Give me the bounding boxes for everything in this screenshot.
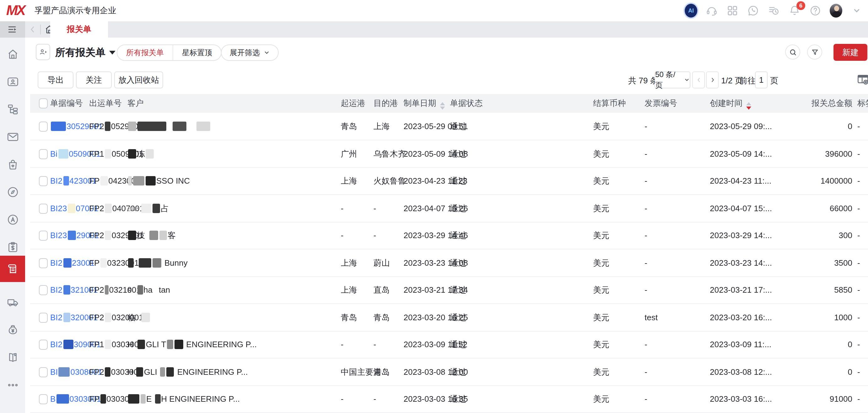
cell-tag: - — [857, 140, 860, 167]
org-tree-icon — [6, 102, 19, 116]
table-row[interactable]: BI2320001FP20320001临青岛青岛2023-03-20 16:25… — [30, 304, 868, 331]
help-icon[interactable] — [809, 4, 822, 17]
nav-back-button[interactable] — [28, 25, 38, 34]
table-row[interactable]: B0303001FP0303001EH ENGINEERING P...--20… — [30, 385, 868, 413]
redaction-blob — [59, 367, 70, 376]
page-unit-label: 页 — [770, 75, 778, 87]
column-header-date[interactable]: 制单日期 — [404, 94, 445, 113]
cell-currency: 美元 — [593, 385, 610, 412]
table-row[interactable]: BI2309001FP10303001HGLI TENGINEERING P..… — [30, 331, 868, 358]
next-page-button[interactable] — [706, 71, 719, 89]
row-checkbox[interactable] — [39, 258, 48, 268]
sidebar-item-more-dots[interactable] — [0, 372, 25, 397]
task-history-icon[interactable] — [768, 4, 780, 17]
row-checkbox[interactable] — [39, 285, 48, 295]
sort-desc-icon — [440, 107, 445, 110]
sidebar-collapse-button[interactable] — [0, 21, 25, 38]
expand-filter-button[interactable]: 展开筛选 — [221, 44, 279, 61]
row-checkbox[interactable] — [39, 122, 48, 132]
ai-assistant-icon[interactable]: AI — [685, 4, 697, 17]
select-all-checkbox[interactable] — [39, 98, 48, 108]
sidebar-item-truck[interactable] — [0, 289, 25, 315]
sidebar-item-ledger-book[interactable] — [0, 345, 25, 370]
follow-button[interactable]: 关注 — [76, 71, 112, 89]
prev-page-button[interactable] — [692, 71, 705, 89]
headset-icon[interactable] — [706, 4, 718, 17]
sidebar-item-receipt[interactable] — [0, 256, 25, 282]
cell-pol: 上海 — [341, 249, 357, 276]
phone-bubble-icon[interactable] — [747, 4, 760, 17]
chevron-down-icon[interactable] — [850, 4, 863, 17]
redaction-blob — [137, 285, 143, 295]
column-header-pol: 起运港 — [341, 94, 365, 113]
home-icon — [6, 47, 19, 61]
cell-status: 通过 — [450, 385, 466, 412]
apps-grid-icon[interactable] — [726, 4, 739, 17]
cell-amount: 396000 — [758, 140, 852, 167]
cell-invoice: - — [645, 385, 647, 412]
table-row[interactable]: BI2307001FP20407001ale占--2023-04-07 15:2… — [30, 195, 868, 222]
tab-starred-pinned[interactable]: 星标置顶 — [173, 45, 221, 60]
cell-currency: 美元 — [593, 304, 610, 331]
goto-page-input[interactable] — [755, 71, 768, 89]
per-page-select[interactable]: 50 条/页 — [655, 71, 690, 89]
search-button[interactable] — [785, 44, 800, 60]
tab-all-declarations[interactable]: 所有报关单 — [117, 45, 173, 60]
tab-customs-declaration[interactable]: 报关单 — [50, 21, 108, 38]
sort-icon[interactable] — [746, 102, 751, 110]
sidebar-item-mail[interactable] — [0, 124, 25, 149]
sort-icon[interactable] — [440, 102, 445, 110]
cell-pod: 乌鲁木齐 — [373, 140, 406, 167]
column-label: 单据编号 — [50, 98, 83, 108]
filter-button[interactable] — [807, 44, 822, 60]
table-row[interactable]: BI223001FP0323001Bunny上海蔚山2023-03-23 14:… — [30, 249, 868, 277]
table-row[interactable]: BI2321001FP20321001shatan上海直岛2023-03-21 … — [30, 276, 868, 304]
cell-amount: 0 — [758, 113, 852, 140]
cell-customer: shatan — [127, 276, 170, 303]
table-row[interactable]: BI2329001FP20329001技客--2023-03-29 14:46通… — [30, 222, 868, 249]
sidebar-item-money-bag[interactable] — [0, 317, 25, 342]
column-settings-button[interactable] — [856, 73, 868, 87]
row-checkbox[interactable] — [39, 394, 48, 404]
sidebar-item-compass[interactable] — [0, 179, 25, 204]
sidebar-item-home[interactable] — [0, 41, 25, 66]
new-button[interactable]: 新建 — [834, 44, 867, 61]
cell-amount: 91000 — [758, 385, 852, 412]
row-checkbox[interactable] — [39, 340, 48, 350]
text-fragment: FP2 — [89, 122, 104, 131]
table-row[interactable]: Bi0509001FP10509001冻广州乌鲁木齐2023-05-09 14:… — [30, 140, 868, 168]
row-checkbox[interactable] — [39, 231, 48, 241]
sidebar-item-circle-a[interactable] — [0, 207, 25, 232]
cell-customer: SSO INC — [127, 167, 190, 194]
cell-invoice: - — [645, 113, 647, 140]
column-label: 起运港 — [341, 98, 365, 108]
per-page-value: 50 条/页 — [655, 69, 682, 91]
column-label: 目的港 — [373, 98, 398, 108]
table-row[interactable]: BI0308001FP20303001HGLIENGINEERING P...中… — [30, 358, 868, 386]
cell-status: 通过 — [450, 249, 466, 276]
sidebar-item-bag-heart[interactable] — [0, 152, 25, 177]
document-number-link[interactable]: BI223001 — [50, 258, 94, 267]
row-checkbox[interactable] — [39, 203, 48, 213]
sidebar-item-contact-card[interactable] — [0, 69, 25, 94]
redaction-blob — [139, 258, 151, 267]
bell-icon[interactable]: 6 — [788, 4, 801, 17]
recycle-bin-button[interactable]: 放入回收站 — [114, 71, 163, 89]
table-row[interactable]: BI2423001FP0423001SSO INC上海火奴鲁鲁2023-04-2… — [30, 167, 868, 195]
row-checkbox[interactable] — [39, 149, 48, 159]
redaction-blob — [128, 149, 136, 158]
column-header-currency: 结算币种 — [593, 94, 626, 113]
redaction-blob — [68, 203, 75, 213]
owner-filter-button[interactable] — [36, 44, 50, 60]
sidebar-item-org-tree[interactable] — [0, 97, 25, 122]
row-checkbox[interactable] — [39, 367, 48, 377]
column-header-created[interactable]: 创建时间 — [710, 94, 751, 113]
table-row[interactable]: 30529001FP20529001青岛上海2023-05-29 09:51通过… — [30, 113, 868, 140]
row-checkbox[interactable] — [39, 176, 48, 186]
view-tabs: 所有报关单 星标置顶 — [117, 44, 222, 61]
text-fragment: 临 — [127, 312, 135, 322]
row-checkbox[interactable] — [39, 312, 48, 322]
view-title-dropdown[interactable]: 所有报关单 — [55, 46, 116, 60]
export-button[interactable]: 导出 — [38, 71, 73, 89]
avatar-icon[interactable] — [830, 4, 842, 17]
